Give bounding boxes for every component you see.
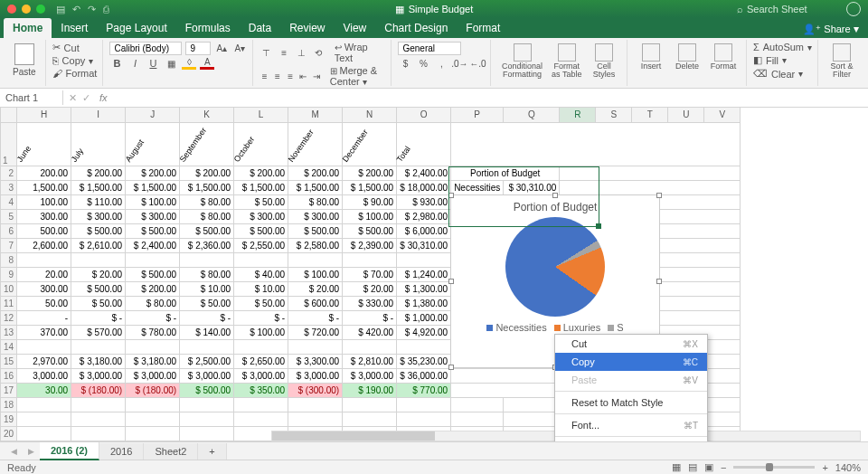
cell[interactable]: $ 500.00 xyxy=(180,383,234,397)
cell[interactable]: $ 200.00 xyxy=(234,166,288,180)
cell[interactable]: $ 200.00 xyxy=(71,166,126,180)
column-header[interactable]: I xyxy=(71,108,126,122)
cell[interactable] xyxy=(71,441,126,441)
row-header[interactable]: 12 xyxy=(1,310,17,325)
cell[interactable]: $ - xyxy=(343,310,397,325)
cell[interactable]: $ 110.00 xyxy=(71,194,126,209)
cell[interactable] xyxy=(234,412,288,426)
cell[interactable]: July xyxy=(71,122,126,166)
row-header[interactable]: 19 xyxy=(1,412,17,426)
cell[interactable] xyxy=(17,397,71,412)
cell[interactable]: $ 10.00 xyxy=(234,281,288,296)
paste-button[interactable]: Paste xyxy=(9,42,40,79)
save-icon[interactable]: ▤ xyxy=(56,4,65,15)
undo-icon[interactable]: ↶ xyxy=(72,4,80,15)
cell[interactable]: $ 770.00 xyxy=(397,383,451,397)
format-painter-button[interactable]: Format xyxy=(66,68,98,79)
cell[interactable] xyxy=(126,339,180,354)
cell[interactable]: $ 1,500.00 xyxy=(180,180,234,194)
cell[interactable]: $ 2,580.00 xyxy=(288,238,343,252)
cell[interactable]: $ 36,000.00 xyxy=(397,368,451,383)
print-icon[interactable]: ⎙ xyxy=(103,4,109,15)
cell[interactable]: $ 190.00 xyxy=(343,383,397,397)
cell[interactable]: $ - xyxy=(180,310,234,325)
enter-formula-icon[interactable]: ✓ xyxy=(82,92,90,104)
format-painter-icon[interactable]: 🖌 xyxy=(52,68,62,79)
cell[interactable]: $ 500.00 xyxy=(71,223,126,238)
cell[interactable]: $ 50.00 xyxy=(234,194,288,209)
cell[interactable] xyxy=(180,412,234,426)
cell[interactable]: $ - xyxy=(234,310,288,325)
delete-cells-button[interactable]: Delete xyxy=(670,42,704,84)
context-menu-item[interactable]: Copy⌘C xyxy=(555,353,707,371)
window-controls[interactable] xyxy=(0,5,45,14)
cell[interactable]: $ 2,610.00 xyxy=(71,238,126,252)
cell[interactable]: $ 500.00 xyxy=(343,223,397,238)
merge-center-button[interactable]: ⊞ Merge & Center ▾ xyxy=(330,65,386,87)
cell[interactable]: $ - xyxy=(288,310,343,325)
cell[interactable]: $ 300.00 xyxy=(234,209,288,223)
cell[interactable]: $ 3,000.00 xyxy=(288,368,343,383)
cell[interactable]: 200.00 xyxy=(17,166,71,180)
cell[interactable]: 300.00 xyxy=(17,281,71,296)
cell[interactable]: 300.00 xyxy=(17,209,71,223)
cell[interactable]: $ 3,180.00 xyxy=(126,354,180,368)
cell[interactable] xyxy=(288,252,343,267)
indent-decrease-icon[interactable]: ⇤ xyxy=(298,70,307,82)
orientation-icon[interactable]: ⟲ xyxy=(312,46,326,59)
font-size-select[interactable] xyxy=(185,42,211,55)
clear-button[interactable]: Clear xyxy=(771,69,795,80)
fill-color-button[interactable]: ◊ xyxy=(182,57,196,70)
cell[interactable]: $ 20.00 xyxy=(343,281,397,296)
currency-icon[interactable]: $ xyxy=(398,57,412,70)
cell[interactable]: $ 200.00 xyxy=(126,166,180,180)
cell[interactable] xyxy=(126,412,180,426)
cell[interactable] xyxy=(180,426,234,441)
cell[interactable] xyxy=(180,252,234,267)
cell[interactable]: $ 200.00 xyxy=(343,166,397,180)
row-header[interactable]: 9 xyxy=(1,267,17,281)
cell[interactable]: $ 2,550.00 xyxy=(234,238,288,252)
cell[interactable]: $ 90.00 xyxy=(343,194,397,209)
cell[interactable]: $ 50.00 xyxy=(234,296,288,310)
column-header[interactable]: L xyxy=(234,108,288,122)
cell[interactable]: $ 780.00 xyxy=(126,325,180,339)
zoom-out-icon[interactable]: − xyxy=(721,462,726,473)
cell[interactable]: $ 500.00 xyxy=(126,223,180,238)
cell[interactable]: June xyxy=(17,122,71,166)
tab-review[interactable]: Review xyxy=(280,18,334,38)
cell[interactable] xyxy=(451,397,504,412)
cell[interactable]: $ 570.00 xyxy=(71,325,126,339)
cell[interactable]: $ (300.00) xyxy=(288,383,343,397)
align-top-icon[interactable]: ⊤ xyxy=(259,46,273,59)
tab-page-layout[interactable]: Page Layout xyxy=(97,18,175,38)
cell[interactable]: $ (180.00) xyxy=(126,383,180,397)
cell[interactable]: $ 1,500.00 xyxy=(126,180,180,194)
cell[interactable]: $ 70.00 xyxy=(343,267,397,281)
cell[interactable]: $ 2,360.00 xyxy=(180,238,234,252)
cell[interactable]: $ 300.00 xyxy=(288,209,343,223)
cell[interactable] xyxy=(451,412,504,426)
cell[interactable] xyxy=(343,397,397,412)
sheet-tab[interactable]: 2016 xyxy=(99,443,144,460)
cell[interactable] xyxy=(704,397,741,412)
conditional-formatting-button[interactable]: Conditional Formatting xyxy=(497,42,546,84)
close-icon[interactable] xyxy=(7,5,16,14)
format-as-table-button[interactable]: Format as Table xyxy=(549,42,585,84)
column-header[interactable]: K xyxy=(180,108,234,122)
row-header[interactable]: 14 xyxy=(1,339,17,354)
cell[interactable]: 500.00 xyxy=(17,223,71,238)
cell[interactable]: Total xyxy=(397,122,451,166)
row-header[interactable]: 1 xyxy=(1,122,17,166)
cell[interactable]: $ 1,500.00 xyxy=(288,180,343,194)
row-header[interactable]: 10 xyxy=(1,281,17,296)
sheet-tab[interactable]: Sheet2 xyxy=(144,443,198,460)
insert-cells-button[interactable]: Insert xyxy=(634,42,668,84)
cell[interactable] xyxy=(504,397,560,412)
cell[interactable]: 3,000.00 xyxy=(17,368,71,383)
cell[interactable]: $ 50.00 xyxy=(71,296,126,310)
cell[interactable]: $ 1,240.00 xyxy=(397,267,451,281)
tab-format[interactable]: Format xyxy=(457,18,509,38)
cell[interactable]: 1,500.00 xyxy=(17,180,71,194)
cell[interactable]: $ - xyxy=(126,310,180,325)
